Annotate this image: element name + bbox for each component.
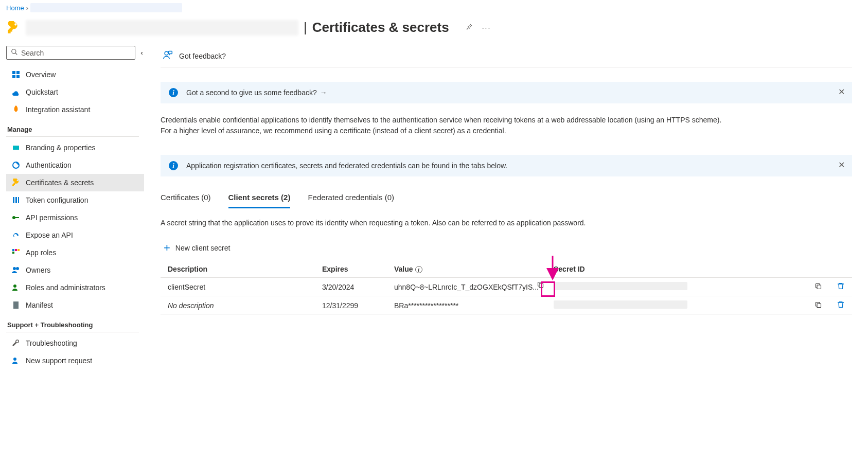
sidebar-item-certificates[interactable]: Certificates & secrets	[6, 174, 144, 191]
sidebar-item-label: API permissions	[26, 214, 78, 222]
new-client-secret-button[interactable]: + New client secret	[164, 242, 230, 254]
api-perm-icon	[11, 213, 21, 222]
sidebar-item-label: Certificates & secrets	[26, 179, 94, 187]
sidebar-item-owners[interactable]: Owners	[6, 261, 144, 279]
breadcrumb-home[interactable]: Home	[6, 4, 24, 12]
sidebar-item-roles[interactable]: Roles and administrators	[6, 279, 144, 296]
manifest-icon	[11, 300, 21, 310]
close-icon[interactable]: ✕	[838, 160, 845, 170]
svg-rect-15	[12, 252, 14, 254]
overview-icon	[11, 70, 21, 79]
sidebar-item-authentication[interactable]: Authentication	[6, 156, 144, 174]
approles-icon	[11, 248, 21, 257]
svg-rect-3	[16, 71, 20, 74]
search-input[interactable]	[21, 49, 131, 57]
svg-rect-12	[12, 249, 14, 251]
search-box[interactable]	[6, 46, 135, 60]
sidebar-item-label: Owners	[26, 266, 50, 274]
sidebar-item-label: Manifest	[26, 301, 53, 309]
branding-icon	[11, 143, 21, 152]
new-secret-label: New client secret	[175, 244, 231, 252]
search-icon	[11, 48, 18, 57]
feedback-bar[interactable]: Got feedback?	[161, 46, 852, 67]
sidebar-item-api-permissions[interactable]: API permissions	[6, 209, 144, 226]
copy-secretid-icon[interactable]	[807, 296, 829, 315]
sidebar-item-new-support[interactable]: New support request	[6, 352, 144, 369]
pin-icon[interactable]	[465, 23, 473, 32]
svg-rect-10	[18, 197, 19, 203]
info-icon: i	[169, 161, 178, 170]
banner-text: Application registration certificates, s…	[186, 162, 507, 170]
wrench-icon	[11, 339, 21, 348]
sidebar-item-label: New support request	[26, 357, 92, 365]
copy-secretid-icon[interactable]	[807, 278, 829, 296]
sidebar-item-app-roles[interactable]: App roles	[6, 244, 144, 261]
table-row: No description 12/31/2299 BRa***********…	[161, 296, 852, 315]
sidebar-item-manifest[interactable]: Manifest	[6, 296, 144, 314]
more-icon[interactable]: ···	[482, 24, 491, 32]
svg-point-11	[12, 216, 15, 219]
close-icon[interactable]: ✕	[838, 87, 845, 97]
sidebar-item-label: Branding & properties	[26, 144, 95, 152]
svg-line-1	[15, 53, 17, 55]
svg-point-18	[13, 285, 16, 288]
sidebar-item-branding[interactable]: Branding & properties	[6, 139, 144, 156]
sidebar-item-label: Authentication	[26, 161, 72, 169]
arrow-right-icon[interactable]: →	[320, 88, 327, 97]
chevron-right-icon: ›	[26, 4, 28, 12]
tabs: Certificates (0) Client secrets (2) Fede…	[161, 191, 852, 208]
sidebar-item-integration[interactable]: Integration assistant	[6, 101, 144, 118]
sidebar-item-token[interactable]: Token configuration	[6, 191, 144, 209]
expose-icon	[11, 230, 21, 240]
svg-rect-9	[15, 197, 17, 203]
cell-secret-id	[546, 296, 807, 315]
sidebar-item-label: Quickstart	[26, 88, 58, 96]
svg-rect-13	[15, 249, 17, 251]
svg-rect-25	[817, 304, 821, 308]
credentials-description: Credentials enable confidential applicat…	[161, 115, 727, 136]
feedback-banner: i Got a second to give us some feedback?…	[161, 82, 852, 103]
cell-value: BRa******************	[387, 296, 546, 315]
page-title: Certificates & secrets	[312, 20, 449, 35]
key-icon	[6, 21, 21, 35]
collapse-sidebar-icon[interactable]: ‹‹	[140, 49, 141, 57]
cell-description: No description	[161, 296, 315, 315]
info-icon[interactable]: i	[415, 266, 422, 273]
feedback-icon	[163, 50, 173, 62]
sidebar-item-label: Troubleshooting	[26, 339, 77, 347]
tab-client-secrets[interactable]: Client secrets (2)	[228, 191, 291, 208]
delete-icon[interactable]	[829, 278, 852, 296]
breadcrumb: Home ›	[0, 0, 868, 14]
sidebar: ‹‹ Overview Quickstart Integration assis…	[0, 46, 144, 369]
sidebar-item-label: Roles and administrators	[26, 283, 105, 292]
plus-icon: +	[164, 242, 170, 254]
sidebar-item-troubleshooting[interactable]: Troubleshooting	[6, 334, 144, 352]
sidebar-item-overview[interactable]: Overview	[6, 66, 144, 83]
sidebar-item-label: Overview	[26, 70, 56, 79]
col-description: Description	[161, 261, 315, 278]
info-icon: i	[169, 88, 178, 97]
col-expires: Expires	[315, 261, 387, 278]
tab-federated[interactable]: Federated credentials (0)	[308, 191, 394, 208]
feedback-label: Got feedback?	[179, 52, 226, 60]
tab-certificates[interactable]: Certificates (0)	[161, 191, 211, 208]
sidebar-item-label: Expose an API	[26, 231, 73, 239]
cloud-icon	[11, 87, 21, 97]
cell-expires: 3/20/2024	[315, 278, 387, 296]
page-header: | Certificates & secrets ···	[0, 14, 868, 46]
sidebar-section-support: Support + Troubleshooting	[6, 314, 139, 332]
breadcrumb-redacted	[30, 3, 182, 12]
tab-description: A secret string that the application use…	[161, 219, 852, 227]
table-row: clientSecret 3/20/2024 uhn8Q~8~LRLnrcIc_…	[161, 278, 852, 296]
svg-point-20	[13, 358, 16, 361]
delete-icon[interactable]	[829, 296, 852, 315]
info-banner-tabs: i Application registration certificates,…	[161, 155, 852, 176]
sidebar-item-quickstart[interactable]: Quickstart	[6, 83, 144, 101]
svg-point-0	[12, 49, 16, 54]
col-secret-id: Secret ID	[546, 261, 807, 278]
svg-rect-19	[13, 301, 19, 309]
svg-point-21	[165, 51, 168, 55]
sidebar-item-label: Token configuration	[26, 196, 88, 204]
secrets-table: Description Expires Valuei Secret ID cli…	[161, 261, 852, 315]
sidebar-item-expose-api[interactable]: Expose an API	[6, 226, 144, 244]
